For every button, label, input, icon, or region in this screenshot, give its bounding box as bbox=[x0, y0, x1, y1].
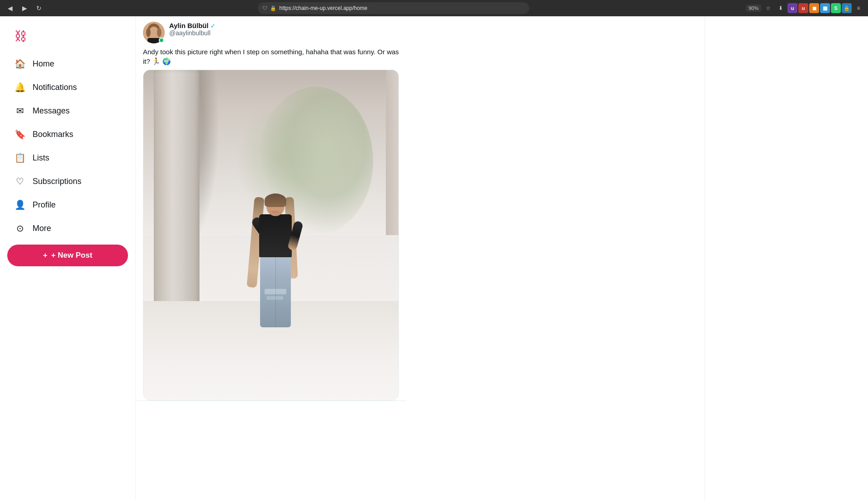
verified-badge: ✓ bbox=[210, 22, 216, 29]
extension-3[interactable]: ◼ bbox=[809, 3, 819, 13]
message-icon: ✉ bbox=[14, 105, 25, 116]
column-right bbox=[386, 70, 398, 235]
shield-icon: 🛡 bbox=[262, 5, 267, 11]
post-header: Aylin Bülbül ✓ @aaylinbulbull bbox=[136, 16, 406, 47]
new-post-label: + New Post bbox=[51, 251, 92, 260]
star-button[interactable]: ☆ bbox=[762, 2, 774, 14]
list-icon: 📋 bbox=[14, 152, 25, 163]
browser-toolbar: 90% ☆ ⬇ u u ◼ ▦ S 🔒 ≡ bbox=[746, 2, 864, 14]
column-left bbox=[154, 70, 200, 341]
post-image bbox=[143, 70, 398, 400]
sidebar-item-more[interactable]: ⊙ More bbox=[7, 217, 128, 239]
extension-6[interactable]: 🔒 bbox=[842, 3, 852, 13]
download-button[interactable]: ⬇ bbox=[775, 2, 787, 14]
extension-ublock[interactable]: u bbox=[787, 3, 797, 13]
sidebar-item-profile[interactable]: 👤 Profile bbox=[7, 194, 128, 216]
menu-button[interactable]: ≡ bbox=[853, 2, 864, 14]
post-image-container bbox=[143, 70, 399, 401]
lock-icon: 🔒 bbox=[270, 5, 276, 11]
new-post-button[interactable]: + + New Post bbox=[7, 245, 128, 266]
sidebar-item-subscriptions[interactable]: ♡ Subscriptions bbox=[7, 170, 128, 192]
post-text: Andy took this picture right when I step… bbox=[136, 47, 406, 70]
back-button[interactable]: ◀ bbox=[4, 2, 16, 14]
sidebar-item-more-label: More bbox=[33, 224, 51, 233]
svg-point-3 bbox=[146, 28, 151, 37]
person-icon: 👤 bbox=[14, 199, 25, 210]
main-content: Aylin Bülbül ✓ @aaylinbulbull Andy took … bbox=[136, 16, 705, 500]
sidebar-item-lists[interactable]: 📋 Lists bbox=[7, 147, 128, 169]
right-panel bbox=[705, 16, 868, 500]
app-layout: ⛓ 🏠 Home 🔔 Notifications ✉ Messages 🔖 Bo… bbox=[0, 16, 868, 500]
sidebar-item-home[interactable]: 🏠 Home bbox=[7, 53, 128, 75]
heart-icon: ♡ bbox=[14, 176, 25, 187]
plus-icon: + bbox=[43, 251, 47, 260]
person bbox=[253, 197, 298, 327]
avatar-container bbox=[143, 22, 165, 43]
author-handle: @aaylinbulbull bbox=[169, 29, 399, 37]
logo: ⛓ bbox=[7, 25, 128, 51]
home-icon: 🏠 bbox=[14, 58, 25, 69]
sidebar-item-bookmarks-label: Bookmarks bbox=[33, 130, 73, 139]
url-text[interactable]: https://chain-me-up.vercel.app/home bbox=[279, 5, 525, 11]
post-container: Aylin Bülbül ✓ @aaylinbulbull Andy took … bbox=[136, 16, 406, 401]
svg-point-4 bbox=[157, 28, 161, 37]
sidebar-item-messages[interactable]: ✉ Messages bbox=[7, 100, 128, 122]
sidebar: ⛓ 🏠 Home 🔔 Notifications ✉ Messages 🔖 Bo… bbox=[0, 16, 136, 500]
author-name[interactable]: Aylin Bülbül bbox=[169, 22, 209, 29]
bookmark-icon: 🔖 bbox=[14, 129, 25, 140]
bell-icon: 🔔 bbox=[14, 82, 25, 93]
post-info: Aylin Bülbül ✓ @aaylinbulbull bbox=[169, 22, 399, 37]
extension-4[interactable]: ▦ bbox=[820, 3, 830, 13]
online-indicator bbox=[159, 38, 164, 43]
svg-rect-5 bbox=[147, 38, 160, 43]
more-icon: ⊙ bbox=[14, 223, 25, 234]
sidebar-item-messages-label: Messages bbox=[33, 106, 70, 116]
sidebar-item-notifications[interactable]: 🔔 Notifications bbox=[7, 76, 128, 98]
sidebar-item-home-label: Home bbox=[33, 59, 54, 69]
sidebar-item-lists-label: Lists bbox=[33, 153, 49, 163]
sidebar-item-subscriptions-label: Subscriptions bbox=[33, 177, 81, 186]
address-bar[interactable]: 🛡 🔒 https://chain-me-up.vercel.app/home bbox=[258, 2, 529, 14]
extension-ublock2[interactable]: u bbox=[798, 3, 808, 13]
svg-point-2 bbox=[149, 27, 158, 37]
browser-chrome: ◀ ▶ ↻ 🛡 🔒 https://chain-me-up.vercel.app… bbox=[0, 0, 868, 16]
photo-scene bbox=[143, 70, 398, 400]
refresh-button[interactable]: ↻ bbox=[33, 2, 45, 14]
zoom-level: 90% bbox=[746, 5, 761, 12]
forward-button[interactable]: ▶ bbox=[18, 2, 31, 14]
sidebar-item-notifications-label: Notifications bbox=[33, 83, 77, 92]
extension-5[interactable]: S bbox=[831, 3, 841, 13]
sidebar-item-bookmarks[interactable]: 🔖 Bookmarks bbox=[7, 123, 128, 145]
author-row: Aylin Bülbül ✓ bbox=[169, 22, 399, 29]
sidebar-item-profile-label: Profile bbox=[33, 200, 56, 210]
